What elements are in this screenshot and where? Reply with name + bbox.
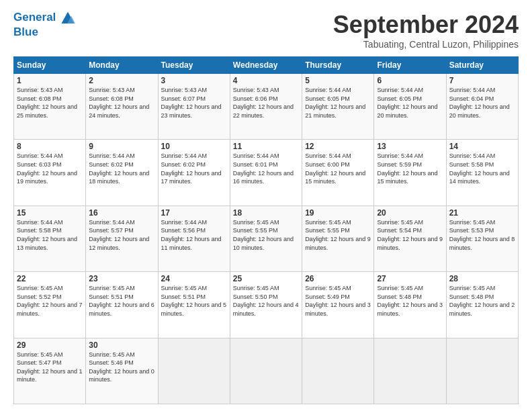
calendar-cell: 27Sunrise: 5:45 AMSunset: 5:48 PMDayligh… [374,272,446,338]
col-friday: Friday [374,57,446,74]
logo-icon [60,11,75,26]
calendar-cell [158,338,230,404]
day-info: Sunrise: 5:43 AMSunset: 6:06 PMDaylight:… [233,86,299,120]
logo-blue: Blue [13,26,75,39]
calendar-cell: 26Sunrise: 5:45 AMSunset: 5:49 PMDayligh… [302,272,374,338]
calendar-table: Sunday Monday Tuesday Wednesday Thursday… [13,56,519,404]
day-info: Sunrise: 5:45 AMSunset: 5:51 PMDaylight:… [161,284,227,318]
day-number: 18 [233,208,299,218]
calendar-cell: 7Sunrise: 5:44 AMSunset: 6:04 PMDaylight… [446,74,518,140]
calendar-cell: 30Sunrise: 5:45 AMSunset: 5:46 PMDayligh… [86,338,158,404]
calendar-cell: 19Sunrise: 5:45 AMSunset: 5:55 PMDayligh… [302,205,374,271]
logo: General Blue [13,11,75,39]
day-info: Sunrise: 5:45 AMSunset: 5:53 PMDaylight:… [449,218,515,252]
day-info: Sunrise: 5:43 AMSunset: 6:08 PMDaylight:… [89,86,154,120]
calendar-row: 8Sunrise: 5:44 AMSunset: 6:03 PMDaylight… [14,140,519,205]
calendar-cell: 18Sunrise: 5:45 AMSunset: 5:55 PMDayligh… [230,205,302,271]
calendar-row: 1Sunrise: 5:43 AMSunset: 6:08 PMDaylight… [14,74,519,140]
day-info: Sunrise: 5:44 AMSunset: 5:59 PMDaylight:… [377,152,443,185]
day-number: 14 [449,142,515,151]
logo-text: General [13,11,75,26]
day-info: Sunrise: 5:44 AMSunset: 6:02 PMDaylight:… [161,152,227,185]
day-info: Sunrise: 5:45 AMSunset: 5:52 PMDaylight:… [17,284,83,318]
calendar-cell: 16Sunrise: 5:44 AMSunset: 5:57 PMDayligh… [86,205,158,271]
day-number: 1 [17,76,83,85]
calendar-cell: 1Sunrise: 5:43 AMSunset: 6:08 PMDaylight… [14,74,86,140]
day-info: Sunrise: 5:44 AMSunset: 6:00 PMDaylight:… [305,152,371,185]
day-info: Sunrise: 5:44 AMSunset: 5:56 PMDaylight:… [161,218,227,252]
day-number: 26 [305,274,371,283]
calendar-row: 22Sunrise: 5:45 AMSunset: 5:52 PMDayligh… [14,272,519,338]
calendar-cell: 24Sunrise: 5:45 AMSunset: 5:51 PMDayligh… [158,272,230,338]
day-number: 22 [17,274,83,283]
calendar-row: 29Sunrise: 5:45 AMSunset: 5:47 PMDayligh… [14,338,519,404]
day-number: 6 [377,76,443,85]
day-info: Sunrise: 5:45 AMSunset: 5:55 PMDaylight:… [233,218,299,252]
calendar-cell: 11Sunrise: 5:44 AMSunset: 6:01 PMDayligh… [230,140,302,205]
calendar-cell: 6Sunrise: 5:44 AMSunset: 6:05 PMDaylight… [374,74,446,140]
day-number: 5 [305,76,371,85]
calendar-cell: 5Sunrise: 5:44 AMSunset: 6:05 PMDaylight… [302,74,374,140]
day-number: 3 [161,76,227,85]
day-info: Sunrise: 5:45 AMSunset: 5:49 PMDaylight:… [305,284,371,318]
day-number: 24 [161,274,227,283]
day-number: 30 [89,340,154,350]
calendar-cell: 10Sunrise: 5:44 AMSunset: 6:02 PMDayligh… [158,140,230,205]
day-info: Sunrise: 5:44 AMSunset: 6:02 PMDaylight:… [89,152,154,185]
calendar-cell: 17Sunrise: 5:44 AMSunset: 5:56 PMDayligh… [158,205,230,271]
day-info: Sunrise: 5:45 AMSunset: 5:46 PMDaylight:… [89,351,154,384]
day-number: 21 [449,208,515,218]
day-info: Sunrise: 5:44 AMSunset: 6:05 PMDaylight:… [377,86,443,120]
calendar-cell: 14Sunrise: 5:44 AMSunset: 5:58 PMDayligh… [446,140,518,205]
day-info: Sunrise: 5:44 AMSunset: 6:03 PMDaylight:… [17,152,83,185]
day-number: 29 [17,340,83,350]
day-info: Sunrise: 5:44 AMSunset: 6:01 PMDaylight:… [233,152,299,185]
col-saturday: Saturday [446,57,518,74]
day-number: 11 [233,142,299,151]
day-number: 23 [89,274,154,283]
day-number: 7 [449,76,515,85]
day-info: Sunrise: 5:45 AMSunset: 5:50 PMDaylight:… [233,284,299,318]
calendar-cell: 29Sunrise: 5:45 AMSunset: 5:47 PMDayligh… [14,338,86,404]
day-info: Sunrise: 5:45 AMSunset: 5:48 PMDaylight:… [449,284,515,318]
calendar-cell: 22Sunrise: 5:45 AMSunset: 5:52 PMDayligh… [14,272,86,338]
page: General Blue September 2024 Tabuating, C… [0,0,532,411]
header-row: Sunday Monday Tuesday Wednesday Thursday… [14,57,519,74]
day-number: 20 [377,208,443,218]
day-info: Sunrise: 5:44 AMSunset: 5:57 PMDaylight:… [89,218,154,252]
col-sunday: Sunday [14,57,86,74]
calendar-cell [446,338,518,404]
calendar-cell: 8Sunrise: 5:44 AMSunset: 6:03 PMDaylight… [14,140,86,205]
day-number: 8 [17,142,83,151]
col-thursday: Thursday [302,57,374,74]
day-number: 27 [377,274,443,283]
day-info: Sunrise: 5:45 AMSunset: 5:48 PMDaylight:… [377,284,443,318]
calendar-cell: 28Sunrise: 5:45 AMSunset: 5:48 PMDayligh… [446,272,518,338]
day-number: 28 [449,274,515,283]
day-info: Sunrise: 5:44 AMSunset: 6:05 PMDaylight:… [305,86,371,120]
col-wednesday: Wednesday [230,57,302,74]
calendar-cell: 3Sunrise: 5:43 AMSunset: 6:07 PMDaylight… [158,74,230,140]
calendar-row: 15Sunrise: 5:44 AMSunset: 5:58 PMDayligh… [14,205,519,271]
day-info: Sunrise: 5:43 AMSunset: 6:07 PMDaylight:… [161,86,227,120]
day-info: Sunrise: 5:44 AMSunset: 5:58 PMDaylight:… [17,218,83,252]
day-number: 12 [305,142,371,151]
calendar-cell [230,338,302,404]
calendar-cell: 4Sunrise: 5:43 AMSunset: 6:06 PMDaylight… [230,74,302,140]
day-info: Sunrise: 5:45 AMSunset: 5:54 PMDaylight:… [377,218,443,252]
col-tuesday: Tuesday [158,57,230,74]
calendar-cell: 23Sunrise: 5:45 AMSunset: 5:51 PMDayligh… [86,272,158,338]
day-number: 15 [17,208,83,218]
day-number: 25 [233,274,299,283]
calendar-cell [374,338,446,404]
day-number: 16 [89,208,154,218]
col-monday: Monday [86,57,158,74]
day-number: 19 [305,208,371,218]
day-number: 13 [377,142,443,151]
month-title: September 2024 [333,11,519,39]
day-number: 9 [89,142,154,151]
day-info: Sunrise: 5:44 AMSunset: 6:04 PMDaylight:… [449,86,515,120]
calendar-cell: 21Sunrise: 5:45 AMSunset: 5:53 PMDayligh… [446,205,518,271]
day-info: Sunrise: 5:43 AMSunset: 6:08 PMDaylight:… [17,86,83,120]
location: Tabuating, Central Luzon, Philippines [333,39,519,50]
